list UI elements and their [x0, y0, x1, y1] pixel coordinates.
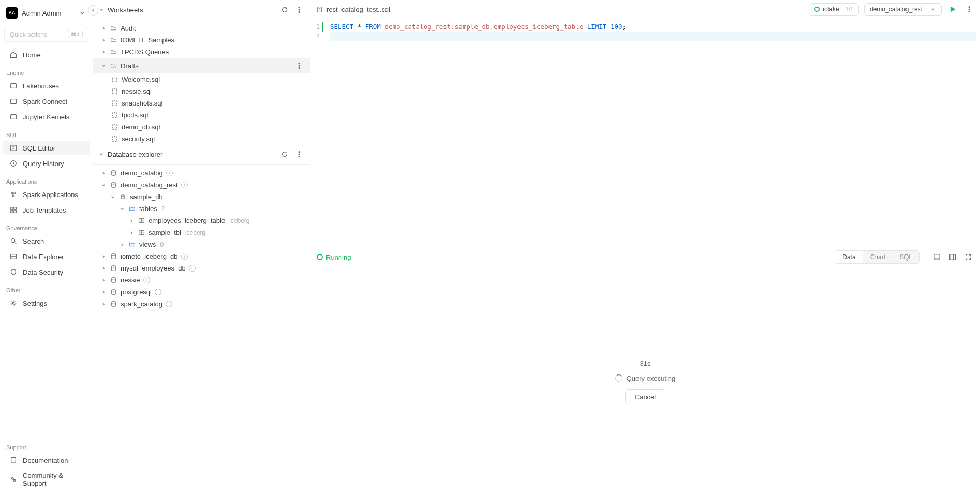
kbd-shortcut: ⌘K: [68, 31, 83, 38]
file-security[interactable]: security.sql: [93, 133, 310, 144]
tab-chart[interactable]: Chart: [863, 251, 893, 263]
tab-sql[interactable]: SQL: [893, 251, 919, 263]
chevron-down-icon: [110, 194, 116, 200]
svg-point-30: [299, 152, 300, 153]
shield-icon: [9, 268, 18, 276]
lakehouse-selector[interactable]: iolake 1/1: [809, 3, 859, 16]
info-icon[interactable]: i: [143, 277, 150, 283]
catalog-spark[interactable]: spark_catalogi: [93, 298, 310, 310]
layout-bottom-icon[interactable]: [931, 251, 943, 263]
editor-icon: [9, 144, 18, 152]
sql-file-icon: [111, 111, 118, 119]
file-tpcds[interactable]: tpcds.sql: [93, 109, 310, 121]
info-icon[interactable]: i: [189, 265, 196, 272]
file-welcome[interactable]: Welcome.sql: [93, 73, 310, 85]
more-button[interactable]: [293, 4, 305, 16]
more-button[interactable]: [293, 148, 305, 160]
chevron-down-icon[interactable]: [98, 151, 105, 157]
info-icon[interactable]: i: [181, 182, 188, 188]
run-button[interactable]: [947, 4, 958, 15]
more-icon[interactable]: [293, 60, 305, 71]
cancel-button[interactable]: Cancel: [625, 389, 665, 404]
db-explorer-title: Database explorer: [108, 151, 276, 158]
expand-icon[interactable]: [962, 251, 974, 263]
file-demo-db[interactable]: demo_db.sql: [93, 121, 310, 133]
sql-file-icon: [111, 135, 118, 143]
nav-query-history[interactable]: Query History: [3, 156, 90, 171]
sql-file-icon: [111, 99, 118, 107]
catalog-demo[interactable]: demo_catalogi: [93, 167, 310, 179]
nav-lakehouses[interactable]: Lakehouses: [3, 79, 90, 93]
section-apps: Applications: [0, 171, 93, 187]
info-icon[interactable]: i: [181, 253, 188, 260]
nav-search[interactable]: Search: [3, 234, 90, 248]
nav-community[interactable]: Community & Support: [3, 469, 90, 490]
collapse-sidebar-button[interactable]: [88, 5, 98, 16]
folder-samples[interactable]: IOMETE Samples: [93, 34, 310, 46]
tables-group[interactable]: tables2: [93, 203, 310, 215]
svg-point-16: [12, 478, 14, 480]
schema-sample-db[interactable]: sample_db: [93, 191, 310, 203]
svg-point-18: [299, 7, 300, 8]
svg-point-46: [969, 11, 970, 12]
nav-home[interactable]: Home: [3, 48, 90, 62]
worksheets-tree: Audit IOMETE Samples TPCDS Queries Draft…: [93, 20, 310, 144]
catalog-selector[interactable]: demo_catalog_rest: [864, 3, 942, 16]
tab-data[interactable]: Data: [835, 251, 863, 263]
chevron-right-icon: [100, 49, 107, 55]
table-icon: [138, 229, 145, 236]
chevron-right-icon: [100, 253, 107, 260]
user-menu[interactable]: AA Admin Admin: [0, 4, 93, 22]
folder-drafts[interactable]: Drafts: [93, 58, 310, 73]
more-button[interactable]: [963, 4, 975, 15]
svg-point-32: [299, 156, 300, 157]
editor-tab[interactable]: rest_catalog_test..sql: [316, 6, 390, 13]
nav-docs[interactable]: Documentation: [3, 453, 90, 468]
catalog-icon: [110, 300, 117, 308]
nav-data-security[interactable]: Data Security: [3, 265, 90, 279]
folder-audit[interactable]: Audit: [93, 22, 310, 34]
svg-rect-10: [11, 211, 13, 213]
refresh-button[interactable]: [279, 4, 290, 16]
running-icon: [317, 254, 323, 260]
svg-point-6: [14, 192, 16, 194]
table-sample[interactable]: sample_tbliceberg: [93, 227, 310, 238]
catalog-nessie[interactable]: nessiei: [93, 274, 310, 286]
refresh-button[interactable]: [279, 148, 290, 160]
nav-settings[interactable]: Settings: [3, 296, 90, 310]
file-nessie[interactable]: nessie.sql: [93, 85, 310, 97]
nav-job-templates[interactable]: Job Templates: [3, 203, 90, 217]
nav-jupyter[interactable]: Jupyter Kernels: [3, 110, 90, 124]
svg-rect-8: [11, 207, 13, 209]
nav-spark-apps[interactable]: Spark Applications: [3, 187, 90, 202]
table-employees[interactable]: employees_iceberg_tableiceberg: [93, 215, 310, 227]
code-editor[interactable]: 1 2 SELECT * FROM demo_catalog_rest.samp…: [310, 19, 980, 246]
svg-point-39: [111, 266, 115, 267]
nav-spark-connect[interactable]: Spark Connect: [3, 94, 90, 109]
catalog-postgresql[interactable]: postgresqli: [93, 286, 310, 298]
nav-sql-editor[interactable]: SQL Editor: [3, 141, 90, 155]
search-icon: [9, 237, 18, 245]
info-icon[interactable]: i: [166, 301, 172, 307]
chevron-down-icon[interactable]: [98, 7, 105, 13]
file-snapshots[interactable]: snapshots.sql: [93, 97, 310, 109]
catalog-iomete[interactable]: iomete_iceberg_dbi: [93, 250, 310, 262]
nav-data-explorer[interactable]: Data Explorer: [3, 249, 90, 264]
chevron-right-icon: [100, 265, 107, 272]
svg-point-40: [111, 278, 115, 279]
lakehouse-icon: [9, 82, 18, 90]
catalog-mysql[interactable]: mysql_employees_dbi: [93, 262, 310, 274]
worksheets-title: Worksheets: [108, 6, 276, 14]
catalog-demo-rest[interactable]: demo_catalog_resti: [93, 179, 310, 191]
schema-icon: [119, 193, 127, 201]
quick-actions[interactable]: Quick actions ⌘K: [4, 27, 88, 42]
views-group[interactable]: views0: [93, 238, 310, 250]
folder-tpcds[interactable]: TPCDS Queries: [93, 46, 310, 58]
svg-point-12: [11, 239, 15, 243]
info-icon[interactable]: i: [166, 170, 173, 176]
svg-point-38: [111, 254, 115, 256]
layout-right-icon[interactable]: [947, 251, 958, 263]
info-icon[interactable]: i: [155, 289, 161, 295]
code-area[interactable]: SELECT * FROM demo_catalog_rest.sample_d…: [326, 19, 980, 246]
svg-point-14: [12, 302, 14, 304]
